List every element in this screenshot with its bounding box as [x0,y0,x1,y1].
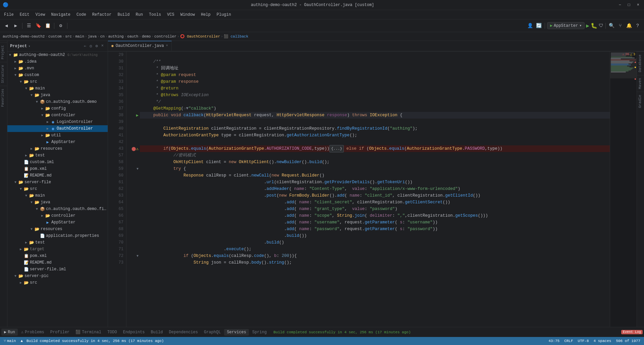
tree-item-java[interactable]: ▼ 📂 java [7,92,108,98]
tree-arrow-sf-src[interactable]: ▼ [18,186,23,192]
tree-arrow-oauth[interactable]: ▶ [45,126,50,131]
bottom-tab-graphql[interactable]: GraphQL [201,329,223,336]
tree-arrow-cn[interactable]: ▼ [34,99,40,105]
tree-arrow-sp-src[interactable]: ▶ [18,280,23,285]
bottom-tab-run[interactable]: ▶ Run [1,329,18,336]
menu-help[interactable]: Help [198,12,213,18]
fold-arrow-59[interactable]: ▼ [137,167,139,171]
tree-item-target[interactable]: ▶ 📂 target [7,246,108,253]
tree-item-sf-cn[interactable]: ▼ 📦 cn.authing.oauth.demo.fi... [7,206,108,212]
tree-item-idea[interactable]: ▶ 📂 .idea [7,58,108,65]
bottom-tab-spring[interactable]: Spring [250,329,269,336]
collapse-all-button[interactable]: ⇐ [83,43,88,49]
menu-navigate[interactable]: Navigate [48,12,73,18]
tree-item-sf-appstarter[interactable]: ▶ ▶ AppStarter [7,219,108,226]
menu-file[interactable]: File [1,12,16,18]
sync-button[interactable]: 🔄 [535,22,543,29]
sidebar-settings-button[interactable]: ⚙ [94,43,99,49]
git-button[interactable]: ⑂ [616,22,624,29]
bottom-tab-dependencies[interactable]: Dependencies [166,329,201,336]
tree-item-util[interactable]: ▶ 📂 util [7,132,108,139]
settings-button[interactable]: ⚙ [57,22,64,29]
breadcrumb-main[interactable]: main [75,34,84,39]
breadcrumb-project[interactable]: authing-demo-oauth2 [3,34,45,39]
tree-item-appstarter[interactable]: ▶ ▶ AppStarter [7,139,108,145]
tree-arrow-sf-controller[interactable]: ▶ [40,213,45,218]
run-config-selector[interactable]: ▶ AppStarter ▾ [547,22,585,29]
fold-arrow-72[interactable]: ▼ [137,254,139,258]
structure-button[interactable]: 📋 [44,22,51,29]
minimize-button[interactable]: − [616,3,623,7]
tree-item-src[interactable]: ▼ 📂 src [7,78,108,85]
right-tab-db[interactable]: Database [637,52,644,75]
tree-item-root[interactable]: ▼ 📁 authing-demo-oauth2 G:\work\authing [7,52,108,58]
right-tab-maven[interactable]: Maven [637,75,644,92]
tree-item-server-file[interactable]: ▼ 📂 server-file [7,179,108,186]
tree-arrow-java[interactable]: ▼ [29,92,34,98]
menu-tools[interactable]: Tools [146,12,164,18]
tree-arrow-sf-main[interactable]: ▼ [23,193,29,198]
tree-arrow-idea[interactable]: ▶ [13,59,18,64]
menu-run[interactable]: Run [133,12,146,18]
tree-arrow-mvn[interactable]: ▶ [13,66,18,71]
menu-window[interactable]: Window [178,12,198,18]
tree-item-controller[interactable]: ▼ 📂 controller [7,112,108,119]
tree-item-custom[interactable]: ▼ 📂 custom [7,72,108,78]
breadcrumb-class[interactable]: ⭕ OauthController [180,34,220,39]
tree-item-cn[interactable]: ▼ 📦 cn.authing.oauth.demo [7,98,108,105]
breadcrumb-java[interactable]: java [88,34,97,39]
tree-arrow-test[interactable]: ▶ [23,153,29,158]
search-button[interactable]: 🔍 [608,22,615,29]
run-gutter-icon-38[interactable]: ▶ [136,113,139,118]
bottom-tab-problems[interactable]: ⚠ Problems [18,329,47,336]
tree-item-custom-iml[interactable]: ▶ 📄 custom.iml [7,159,108,165]
forward-button[interactable]: ▶ [12,22,19,29]
menu-build[interactable]: Build [115,12,132,18]
menu-code[interactable]: Code [74,12,89,18]
tree-item-sp-src[interactable]: ▶ 📂 src [7,279,108,286]
status-line-count[interactable]: 506 of 1977 [615,339,641,343]
tree-item-test[interactable]: ▶ 📂 test [7,152,108,159]
breadcrumb-cn[interactable]: cn [100,34,105,39]
breadcrumb-authing[interactable]: authing [108,34,124,39]
tree-item-config[interactable]: ▶ 📂 config [7,105,108,112]
tree-item-server-pic[interactable]: ▼ 📂 server-pic [7,273,108,279]
menu-edit[interactable]: Edit [17,12,32,18]
bottom-tab-build[interactable]: Build [148,329,166,336]
tree-item-sf-pom[interactable]: ▶ 📋 pom.xml [7,253,108,259]
editor-tab-oauth[interactable]: ◉ OauthController.java × [108,41,172,51]
sidebar-dropdown-icon[interactable]: ▾ [28,44,30,48]
status-indent[interactable]: 4 spaces [593,339,612,343]
status-warnings-count[interactable]: ▲ [19,339,24,343]
breadcrumb-src[interactable]: src [65,34,72,39]
tree-item-pom-custom[interactable]: ▶ 📋 pom.xml [7,165,108,172]
favorites-tab-vertical[interactable]: Favorites [0,86,7,110]
breadcrumb-oauth[interactable]: oauth [127,34,138,39]
menu-refactor[interactable]: Refactor [90,12,114,18]
tree-arrow-login[interactable]: ▶ [45,119,50,125]
project-tab-vertical[interactable]: Project [0,42,7,62]
tree-arrow-sf-cn[interactable]: ▼ [34,206,40,212]
menu-view[interactable]: View [33,12,48,18]
tree-item-sf-iml[interactable]: ▶ 📄 server-file.iml [7,266,108,273]
breadcrumb-demo[interactable]: demo [142,34,151,39]
tree-item-mvn[interactable]: ▶ 📂 .mvn [7,65,108,72]
menu-plugin[interactable]: Plugin [214,12,234,18]
minimap[interactable]: ⚠ 20 △ 3 [610,52,637,327]
tree-item-sf-test[interactable]: ▶ 📂 test [7,239,108,246]
notifications-button[interactable]: 🔔 [625,22,633,29]
bottom-tab-todo[interactable]: TODO [105,329,120,336]
menu-vcs[interactable]: VCS [164,12,177,18]
tree-item-oauth-controller[interactable]: ▶ ◉ OauthController [7,125,108,132]
tree-item-readme-custom[interactable]: ▶ 📝 README.md [7,172,108,179]
close-button[interactable]: × [635,3,641,7]
tree-item-sf-resources[interactable]: ▼ 📂 resources [7,226,108,232]
tree-arrow-config[interactable]: ▶ [40,106,45,111]
tree-item-sf-controller[interactable]: ▶ 📂 controller [7,212,108,219]
status-vcs[interactable]: ⑂ main [3,339,17,343]
tree-item-sf-java[interactable]: ▼ 📂 java [7,199,108,206]
breadcrumb-method[interactable]: ⬛ callback [224,34,248,39]
tree-item-sf-main[interactable]: ▼ 📂 main [7,192,108,199]
maximize-button[interactable]: □ [626,3,632,7]
tree-arrow-main[interactable]: ▼ [23,86,29,91]
